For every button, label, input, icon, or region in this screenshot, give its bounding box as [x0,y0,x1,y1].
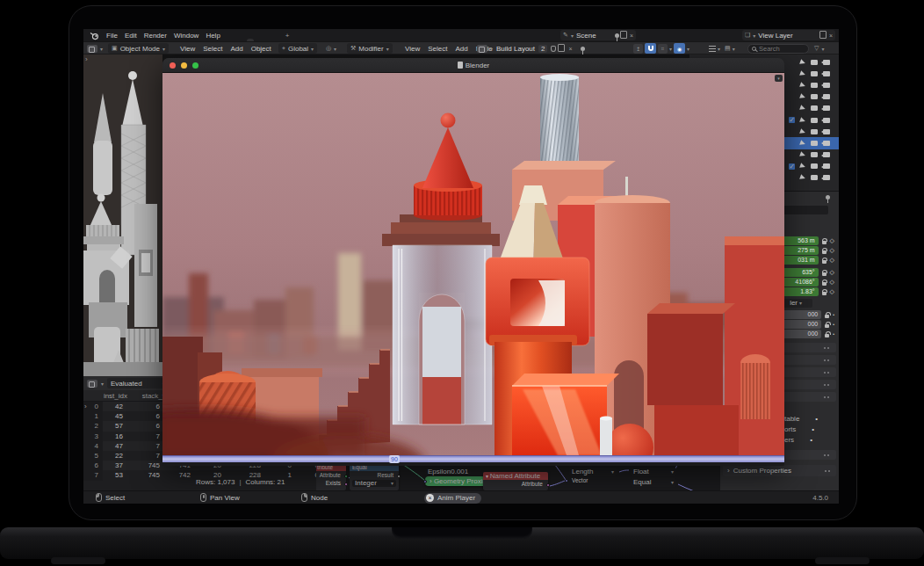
monitor-icon[interactable] [811,163,818,169]
pointer-icon[interactable] [799,82,806,89]
camera-icon[interactable] [823,175,830,180]
outliner-search[interactable] [747,44,809,54]
view-layer-selector[interactable]: ❏ ▾ View Layer × [742,30,835,40]
checkbox[interactable]: ✓ [789,163,795,170]
snap-target-selector[interactable]: ◎▾ [326,43,336,54]
viewport-menu-item[interactable]: Select [199,45,226,53]
lock-icon[interactable] [822,250,827,254]
node-named-attribute[interactable]: tribute Attribute Exists [316,463,346,490]
camera-icon[interactable] [823,105,830,111]
monitor-icon[interactable] [811,60,818,65]
search-input[interactable] [759,45,801,53]
node-menu-item[interactable]: View [401,45,423,53]
node-menu-item[interactable]: Add [451,45,471,53]
result-socket[interactable] [397,475,401,478]
pointer-icon[interactable] [799,175,806,182]
window-titlebar[interactable]: Blender [162,58,784,73]
monitor-icon[interactable] [811,105,818,111]
pin-icon[interactable] [826,195,830,200]
animate-dot-icon[interactable]: • [833,312,834,317]
pin-icon[interactable] [581,47,585,51]
orientation-selector[interactable]: ⌖ Global ▾ [278,43,317,54]
fake-user-icon[interactable] [551,46,556,52]
app-menu-item[interactable]: Edit [121,32,141,40]
pointer-icon[interactable] [799,140,806,147]
camera-icon[interactable] [823,118,830,123]
close-icon[interactable]: × [568,46,572,52]
expand-arrow-icon[interactable]: › [84,403,87,410]
monitor-icon[interactable] [811,129,818,134]
image-icon[interactable]: ▤ [725,45,731,52]
list-display-icon[interactable] [709,46,716,52]
attribute-socket[interactable] [546,483,550,487]
pointer-icon[interactable] [799,163,806,170]
lock-icon[interactable] [822,272,827,276]
monitor-icon[interactable] [811,118,818,123]
pointer-icon[interactable] [799,151,806,158]
operation-dropdown[interactable]: Length▾ [569,468,617,476]
app-menu-item[interactable]: Render [141,32,170,40]
render-window[interactable]: Blender [162,58,784,466]
viewport-menu-item[interactable]: Object [248,45,275,53]
node-named-attribute[interactable]: ▾ Named Attribute Attribute [483,472,548,490]
copy-icon[interactable] [821,33,827,39]
keyframe-icon[interactable]: ◇ [830,288,834,295]
monitor-icon[interactable] [811,175,818,180]
animate-dot-icon[interactable]: • [812,425,814,433]
close-icon[interactable]: × [829,33,833,39]
camera-icon[interactable] [823,94,830,99]
animate-dot-icon[interactable]: • [810,436,812,444]
pointer-icon[interactable] [799,93,806,100]
users-count[interactable]: 2 [538,45,547,53]
playback-progress-bar[interactable]: 90 [162,455,784,462]
display-mode-selector[interactable]: ▾ [477,43,493,54]
proportional-edit-toggle[interactable]: ◉ [674,43,685,54]
lock-icon[interactable] [825,334,829,337]
monitor-icon[interactable] [811,152,818,157]
keyframe-icon[interactable]: ◇ [830,279,834,286]
animate-dot-icon[interactable]: • [833,322,834,327]
vector-socket[interactable] [565,479,568,483]
input-socket[interactable] [423,480,427,483]
dataset-selector[interactable]: Evaluated▾ [107,378,169,388]
auto-merge-icon[interactable]: ↥ [633,44,643,54]
add-workspace-button[interactable]: + [282,32,293,40]
pointer-icon[interactable] [799,59,806,66]
lock-icon[interactable] [825,324,829,328]
custom-properties-panel[interactable]: › Custom Properties [723,465,836,476]
monitor-icon[interactable] [811,71,818,76]
app-menu-item[interactable]: Help [202,32,223,40]
lock-icon[interactable] [822,260,827,264]
operation-dropdown[interactable]: Equal▾ [631,478,676,487]
node-menu-item[interactable]: Select [424,45,451,53]
epsilon-field[interactable]: Epsilon0.001 [425,468,471,475]
monitor-icon[interactable] [811,94,818,99]
anim-player-badge[interactable]: × Anim Player [424,493,481,504]
data-type-dropdown[interactable]: Float▾ [631,468,676,476]
viewport-menu-item[interactable]: Add [227,45,246,53]
checkbox[interactable]: ✓ [789,117,795,123]
keyframe-icon[interactable]: ◇ [830,269,834,276]
camera-icon[interactable] [823,152,830,157]
animate-dot-icon[interactable]: • [833,331,834,337]
close-icon[interactable]: × [630,33,633,39]
expand-arrow-icon[interactable]: › [85,55,88,63]
attribute-socket[interactable] [344,475,348,478]
monitor-icon[interactable] [811,83,818,88]
viewport-3d-clay[interactable]: › [83,54,162,376]
app-menu-item[interactable]: File [103,32,121,40]
camera-icon[interactable] [823,129,830,134]
filter-control[interactable]: ▽▾ [814,43,824,54]
editor-type-selector[interactable]: ▾ [87,43,103,54]
pointer-icon[interactable] [799,128,806,135]
lock-icon[interactable] [822,292,827,295]
app-menu-item[interactable]: Window [170,32,202,40]
copy-icon[interactable] [559,46,565,52]
lock-icon[interactable] [825,315,829,318]
node-compare[interactable]: Equal Result Integer▾ [350,463,399,490]
mode-selector[interactable]: ▣ Object Mode ▾ [108,43,169,54]
camera-icon[interactable] [823,60,830,65]
keyframe-icon[interactable]: ◇ [830,247,834,254]
camera-icon[interactable] [823,71,830,76]
data-type-dropdown[interactable]: Integer▾ [352,480,396,487]
